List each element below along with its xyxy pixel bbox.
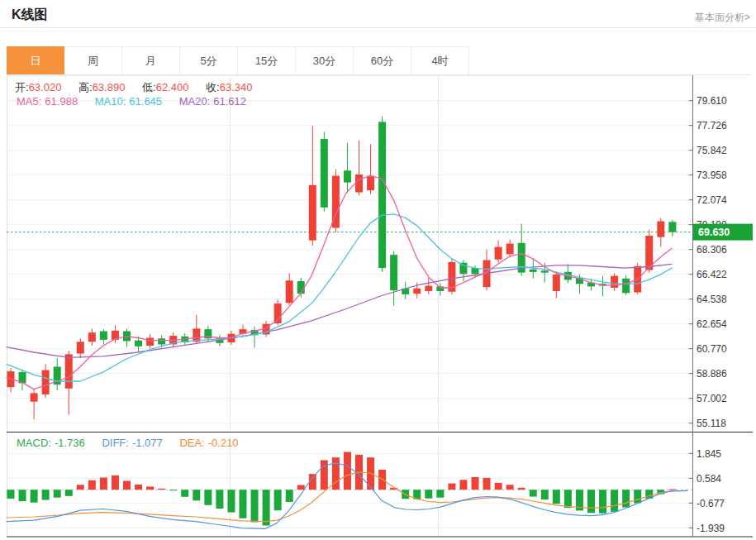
axis-tick-label: 64.538 bbox=[697, 294, 727, 305]
axis-tick-label: 62.654 bbox=[697, 318, 727, 330]
axis-tick-label: 58.886 bbox=[697, 368, 727, 380]
axis-tick-label: 66.422 bbox=[697, 269, 727, 280]
diff-value-readout: DIFF:-1.077 bbox=[102, 437, 162, 449]
axis-tick-label: 68.306 bbox=[697, 244, 727, 256]
current-price-label: 69.630 bbox=[698, 227, 730, 238]
axis-tick-label: 72.074 bbox=[697, 194, 727, 206]
ohlc-readout: 开:63.020 高:63.890 低:62.400 收:63.340 bbox=[15, 80, 266, 95]
macd-value-readout: MACD:-1.736 bbox=[17, 437, 85, 449]
price-axis: 79.61077.72675.84273.95872.07470.19068.3… bbox=[689, 75, 728, 537]
axis-tick-label: 57.002 bbox=[697, 393, 727, 404]
axis-tick-label: 55.118 bbox=[697, 418, 726, 429]
axis-tick-label: 75.842 bbox=[697, 145, 727, 156]
ma-readout: MA5:61.988 MA10:61.645 MA20:61.612 bbox=[17, 95, 260, 108]
low-readout: 低:62.400 bbox=[142, 81, 188, 93]
close-readout: 收:63.340 bbox=[206, 81, 252, 93]
current-price-badge: 69.630 bbox=[693, 224, 753, 241]
axis-tick-label: -0.677 bbox=[697, 498, 725, 509]
axis-tick-label: 0.584 bbox=[697, 473, 721, 485]
axis-tick-label: 60.770 bbox=[697, 343, 727, 355]
kline-page: K线图 基本面分析> 日 周 月 5分 15分 30分 60分 4时 79.61… bbox=[0, 0, 756, 540]
dea-value-readout: DEA:-0.210 bbox=[179, 437, 238, 449]
ma5-line bbox=[7, 176, 672, 389]
axis-tick-label: -1.939 bbox=[697, 523, 725, 534]
axis-tick-label: 79.610 bbox=[697, 95, 727, 107]
open-readout: 开:63.020 bbox=[15, 81, 61, 93]
macd-readout: MACD:-1.736 DIFF:-1.077 DEA:-0.210 bbox=[17, 437, 253, 449]
ma20-readout: MA20:61.612 bbox=[179, 95, 246, 108]
ma5-readout: MA5:61.988 bbox=[17, 95, 78, 108]
axis-tick-label: 1.845 bbox=[697, 448, 721, 460]
high-readout: 高:63.890 bbox=[78, 81, 125, 93]
axis-tick-label: 77.726 bbox=[697, 120, 727, 131]
ma10-readout: MA10:61.645 bbox=[95, 95, 162, 108]
axis-tick-label: 73.958 bbox=[697, 170, 727, 181]
candles-layer bbox=[7, 117, 677, 419]
